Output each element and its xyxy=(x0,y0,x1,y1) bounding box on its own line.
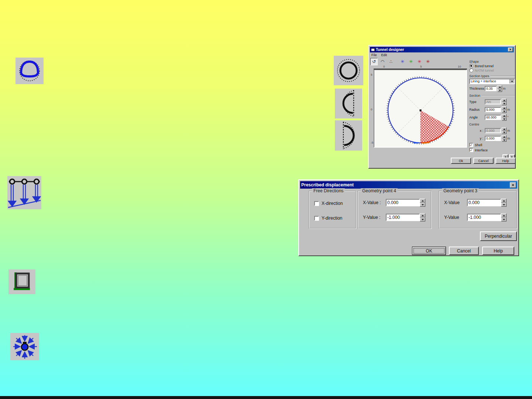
thickness-spinner[interactable] xyxy=(497,85,502,92)
centre-y-spinner[interactable] xyxy=(502,135,507,142)
radio-unselected-icon xyxy=(469,68,473,72)
centre-x-field[interactable] xyxy=(485,128,501,133)
interface-checkbox[interactable]: ✓ xyxy=(469,148,473,152)
tunnel-designer-titlebar[interactable]: Tunnel designer × xyxy=(370,47,514,52)
selected-sector[interactable] xyxy=(421,110,449,143)
x-direction-row[interactable]: X-direction xyxy=(314,201,343,206)
interface-label: Interface xyxy=(475,148,488,152)
bored-tunnel-radio[interactable]: Bored tunnel xyxy=(469,64,515,68)
p3-y-row: Y-Value xyxy=(444,213,507,221)
type-label: Type xyxy=(469,100,484,104)
plate-tool-button[interactable] xyxy=(8,269,35,294)
cancel-button[interactable]: Cancel xyxy=(473,158,494,164)
p3-x-field[interactable] xyxy=(467,199,501,206)
centre-y-row: y : m xyxy=(469,135,515,142)
bottom-divider xyxy=(0,396,532,399)
angle-spinner[interactable] xyxy=(502,114,507,121)
natm-tunnel-radio[interactable]: NATM tunnel xyxy=(469,68,515,72)
close-icon[interactable]: × xyxy=(508,48,513,52)
thickness-field[interactable] xyxy=(485,86,497,91)
points-tool-icon: ∴ xyxy=(389,59,392,64)
interface-checkbox-row[interactable]: ✓ Interface xyxy=(469,148,515,152)
help-button[interactable]: Help xyxy=(495,158,516,164)
angle-row: Angle ° xyxy=(469,114,515,121)
ok-button[interactable]: OK xyxy=(412,247,446,255)
p4-x-spinner[interactable] xyxy=(420,199,425,207)
p4-y-label: Y-Value : xyxy=(363,215,386,220)
geometry-point-3-label: Geometry point 3 xyxy=(442,188,479,193)
centre-y-unit: m xyxy=(507,137,511,140)
type-row: Type xyxy=(469,99,515,105)
shell-checkbox-row[interactable]: ✓ Shell xyxy=(469,143,515,147)
x-direction-checkbox[interactable] xyxy=(314,201,319,206)
p4-y-row: Y-Value : xyxy=(363,213,425,221)
arc-tool-icon: ◠ xyxy=(381,59,384,64)
p3-y-field[interactable] xyxy=(467,214,501,221)
shell-checkbox[interactable]: ✓ xyxy=(469,143,473,147)
ruler-left--5: -5 xyxy=(371,141,373,144)
section-types-label: Section types xyxy=(469,74,489,78)
prescribed-titlebar[interactable]: Prescribed displacement × xyxy=(300,181,517,189)
radius-spinner[interactable] xyxy=(502,106,507,113)
prescribed-displacement-tool-button[interactable] xyxy=(7,176,41,209)
y-direction-label: Y-direction xyxy=(322,216,342,221)
thickness-row: Thickness m xyxy=(469,85,515,92)
y-direction-checkbox[interactable] xyxy=(314,216,319,221)
whole-tunnel-button[interactable] xyxy=(334,56,363,85)
angle-field[interactable] xyxy=(485,115,501,120)
prescribed-title: Prescribed displacement xyxy=(301,182,354,188)
type-spinner[interactable] xyxy=(502,99,507,105)
chevron-down-icon[interactable] xyxy=(509,79,514,83)
section-divider-label: Section xyxy=(469,94,480,97)
cancel-button[interactable]: Cancel xyxy=(449,247,479,255)
green-flower-icon: ✳ xyxy=(409,59,413,64)
radius-field[interactable] xyxy=(485,107,501,112)
centre-x-spinner[interactable] xyxy=(502,127,507,134)
type-field[interactable] xyxy=(485,99,501,104)
slide-background: Tunnel designer × File Edit ↺ ◠ ∴ ✳ ✳ ✳ … xyxy=(0,0,532,399)
small-tool-button[interactable]: ✳ xyxy=(407,58,415,65)
p4-x-label: X-Value : xyxy=(363,200,386,205)
menu-edit[interactable]: Edit xyxy=(381,53,387,57)
arc-tool-button[interactable]: ◠ xyxy=(379,58,386,65)
help-button[interactable]: Help xyxy=(482,247,514,255)
centre-x-label: x : xyxy=(469,129,484,133)
points-tool-button[interactable]: ∴ xyxy=(387,58,395,65)
tunnel-tool-button[interactable] xyxy=(16,58,44,84)
p3-x-spinner[interactable] xyxy=(501,199,507,207)
angle-unit: ° xyxy=(507,116,511,119)
geometry-point-4-group: Geometry point 4 X-Value : Y-Value : xyxy=(357,191,431,228)
point-fixity-tool-button[interactable] xyxy=(10,333,39,360)
tunnel-canvas[interactable] xyxy=(374,69,467,148)
p4-y-field[interactable] xyxy=(386,214,420,221)
tunnel-icon xyxy=(16,58,44,84)
close-icon[interactable]: × xyxy=(510,182,516,188)
ruler-top-0: 0 xyxy=(383,65,385,68)
y-direction-row[interactable]: Y-direction xyxy=(314,216,342,221)
p3-y-spinner[interactable] xyxy=(501,213,507,221)
radio-selected-icon xyxy=(469,64,473,68)
ok-button[interactable]: Ok xyxy=(451,158,471,164)
p3-x-label: X-Value xyxy=(444,200,467,205)
blue-flower-icon: ✳ xyxy=(401,59,404,64)
mesh2-tool-button[interactable]: ✳ xyxy=(424,58,432,65)
mesh-tool-button[interactable]: ✳ xyxy=(416,58,423,65)
free-directions-group: Free Directions X-direction Y-direction xyxy=(309,191,356,228)
centre-group-label: Centre xyxy=(469,123,515,126)
tunnel-designer-title: Tunnel designer xyxy=(376,48,404,52)
perpendicular-button[interactable]: Perpendicular xyxy=(480,231,517,241)
menu-file[interactable]: File xyxy=(371,53,377,57)
section-type-combo[interactable]: Lining + interface xyxy=(469,79,515,84)
tunnel-designer-toolbar: ↺ ◠ ∴ ✳ ✳ ✳ ✳ xyxy=(370,58,432,66)
ruler-top-5: 5 xyxy=(420,65,422,68)
whole-tunnel-icon xyxy=(334,56,363,85)
radius-row: Radius m xyxy=(469,106,515,113)
half-tunnel-left-button[interactable] xyxy=(335,89,362,118)
half-tunnel-right-button[interactable] xyxy=(335,120,362,151)
zoom-tool-button[interactable]: ✳ xyxy=(399,58,406,65)
centre-y-field[interactable] xyxy=(485,136,501,141)
select-tool-button[interactable]: ↺ xyxy=(370,58,378,65)
p4-x-field[interactable] xyxy=(386,199,420,206)
thickness-unit: m xyxy=(503,87,507,90)
p4-y-spinner[interactable] xyxy=(420,213,425,221)
